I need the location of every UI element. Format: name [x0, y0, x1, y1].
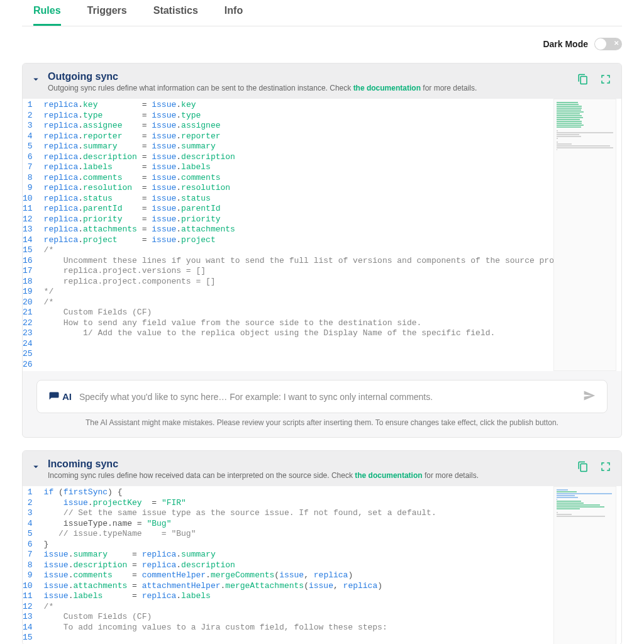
outgoing-description: Outgoing sync rules define what informat…: [48, 84, 577, 92]
darkmode-toggle[interactable]: ✕: [594, 38, 622, 50]
fullscreen-icon[interactable]: [600, 461, 611, 474]
minimap[interactable]: [553, 99, 616, 371]
minimap[interactable]: [553, 486, 616, 644]
ai-badge: AI: [48, 391, 72, 402]
outgoing-code-editor[interactable]: 1234567891011121314151617181920212223242…: [23, 99, 621, 371]
tab-info[interactable]: Info: [225, 0, 243, 26]
outgoing-panel: Outgoing sync Outgoing sync rules define…: [22, 63, 622, 438]
incoming-docs-link[interactable]: the documentation: [355, 471, 422, 480]
ai-prompt-row: AI Specify what you'd like to sync here……: [36, 380, 608, 413]
tab-rules[interactable]: Rules: [33, 0, 61, 26]
tab-triggers[interactable]: Triggers: [87, 0, 127, 26]
collapse-outgoing-icon[interactable]: [30, 74, 42, 87]
tabs: RulesTriggersStatisticsInfo: [22, 0, 622, 26]
send-icon[interactable]: [583, 389, 596, 404]
collapse-incoming-icon[interactable]: [30, 461, 42, 474]
copy-icon[interactable]: [577, 74, 589, 87]
darkmode-label: Dark Mode: [543, 39, 588, 49]
toggle-knob-icon: [595, 38, 606, 50]
incoming-panel: Incoming sync Incoming sync rules define…: [22, 450, 622, 644]
ai-note: The AI Assistant might make mistakes. Pl…: [36, 418, 608, 427]
ai-prompt-input[interactable]: Specify what you'd like to sync here… Fo…: [79, 392, 575, 402]
incoming-title: Incoming sync: [48, 458, 577, 470]
outgoing-title: Outgoing sync: [48, 71, 577, 82]
incoming-code-editor[interactable]: 123456789101112131415 if (firstSync) { i…: [23, 486, 621, 644]
outgoing-docs-link[interactable]: the documentation: [353, 84, 421, 92]
copy-icon[interactable]: [577, 461, 589, 474]
tab-statistics[interactable]: Statistics: [153, 0, 198, 26]
incoming-description: Incoming sync rules define how received …: [48, 471, 577, 480]
toggle-off-icon: ✕: [614, 40, 619, 47]
fullscreen-icon[interactable]: [600, 74, 611, 87]
